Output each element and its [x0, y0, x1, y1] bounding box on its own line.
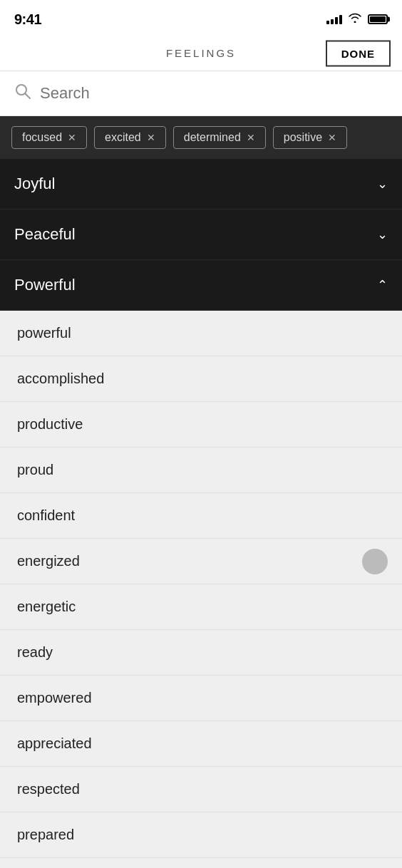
- category-peaceful-label: Peaceful: [14, 225, 76, 244]
- feeling-item[interactable]: productive: [0, 402, 402, 448]
- chevron-down-icon: ⌄: [377, 176, 388, 192]
- status-time: 9:41: [14, 11, 41, 28]
- status-icons: [326, 13, 388, 26]
- tag-remove-icon[interactable]: ✕: [68, 132, 76, 143]
- feeling-label: energetic: [17, 599, 76, 614]
- status-bar: 9:41: [0, 0, 402, 36]
- feeling-label: appreciated: [17, 735, 92, 751]
- tag-determined[interactable]: determined ✕: [173, 126, 266, 149]
- feeling-label: prepared: [17, 827, 74, 842]
- feeling-label: productive: [17, 416, 83, 432]
- signal-icon: [326, 14, 342, 24]
- svg-line-1: [26, 94, 31, 99]
- feeling-label: powerful: [17, 325, 71, 341]
- category-joyful[interactable]: Joyful ⌄: [0, 159, 402, 210]
- tag-focused[interactable]: focused ✕: [11, 126, 87, 149]
- category-joyful-label: Joyful: [14, 175, 55, 193]
- feeling-item[interactable]: sassy: [0, 858, 402, 868]
- tag-positive[interactable]: positive ✕: [273, 126, 347, 149]
- feeling-item[interactable]: appreciated: [0, 721, 402, 767]
- chevron-up-icon: ⌃: [377, 277, 388, 293]
- feeling-item[interactable]: confident: [0, 493, 402, 539]
- done-button[interactable]: DONE: [326, 40, 391, 66]
- search-icon: [14, 83, 31, 104]
- feeling-label: ready: [17, 644, 53, 660]
- feeling-item[interactable]: energetic: [0, 584, 402, 630]
- tag-label: excited: [105, 131, 141, 144]
- feeling-item[interactable]: empowered: [0, 676, 402, 721]
- chevron-down-icon: ⌄: [377, 227, 388, 242]
- feeling-item[interactable]: respected: [0, 767, 402, 812]
- feeling-label: confident: [17, 507, 75, 523]
- tag-excited[interactable]: excited ✕: [94, 126, 166, 149]
- feeling-item[interactable]: accomplished: [0, 356, 402, 402]
- category-powerful[interactable]: Powerful ⌃: [0, 260, 402, 311]
- tag-label: positive: [284, 131, 322, 144]
- category-powerful-label: Powerful: [14, 276, 76, 294]
- category-peaceful[interactable]: Peaceful ⌄: [0, 210, 402, 260]
- feeling-label: accomplished: [17, 371, 104, 386]
- battery-icon: [368, 14, 388, 24]
- feeling-label: proud: [17, 462, 53, 477]
- feeling-item[interactable]: energized: [0, 539, 402, 584]
- feelings-list: powerful accomplished productive proud c…: [0, 311, 402, 868]
- categories-list: Joyful ⌄ Peaceful ⌄ Powerful ⌃: [0, 159, 402, 311]
- scroll-indicator: [362, 549, 388, 574]
- feeling-label: energized: [17, 553, 80, 569]
- feeling-label: respected: [17, 781, 80, 797]
- header: FEELINGS DONE: [0, 36, 402, 71]
- tag-remove-icon[interactable]: ✕: [147, 132, 155, 143]
- tag-label: determined: [184, 131, 241, 144]
- feeling-label: empowered: [17, 690, 92, 706]
- search-bar: [0, 71, 402, 116]
- tag-label: focused: [22, 131, 62, 144]
- feeling-item[interactable]: powerful: [0, 311, 402, 356]
- feeling-item[interactable]: prepared: [0, 812, 402, 858]
- feeling-item[interactable]: ready: [0, 630, 402, 676]
- tags-bar: focused ✕ excited ✕ determined ✕ positiv…: [0, 116, 402, 159]
- search-input[interactable]: [40, 84, 388, 103]
- wifi-icon: [348, 13, 362, 26]
- feeling-item[interactable]: proud: [0, 448, 402, 493]
- page-title: FEELINGS: [166, 47, 236, 59]
- tag-remove-icon[interactable]: ✕: [328, 132, 336, 143]
- tag-remove-icon[interactable]: ✕: [247, 132, 255, 143]
